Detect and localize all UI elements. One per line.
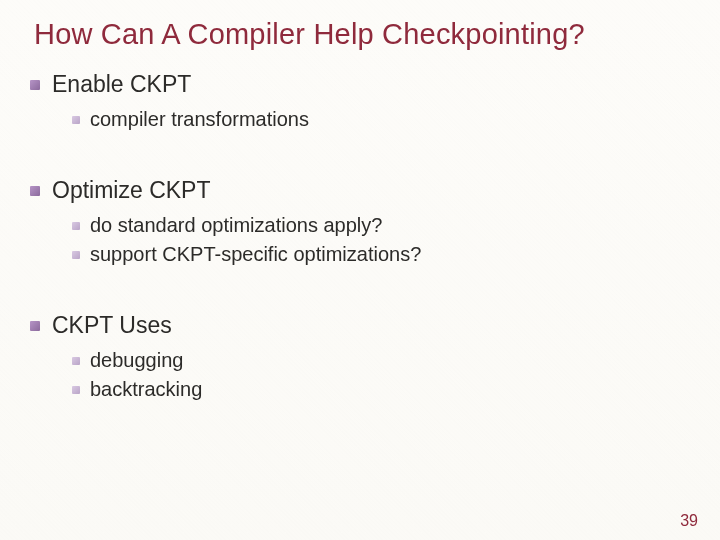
slide: How Can A Compiler Help Checkpointing? E…	[0, 0, 720, 540]
bullet-lvl1-icon	[30, 321, 40, 331]
list-item: compiler transformations	[72, 106, 690, 133]
list-item-text: debugging	[90, 347, 183, 374]
section-heading-text: Optimize CKPT	[52, 177, 210, 204]
slide-title: How Can A Compiler Help Checkpointing?	[34, 18, 690, 51]
bullet-lvl1-icon	[30, 80, 40, 90]
spacer	[30, 135, 690, 169]
section-heading-text: Enable CKPT	[52, 71, 191, 98]
list-item: debugging	[72, 347, 690, 374]
bullet-lvl2-icon	[72, 116, 80, 124]
list-item-text: backtracking	[90, 376, 202, 403]
section-heading: Enable CKPT	[30, 71, 690, 98]
bullet-lvl2-icon	[72, 251, 80, 259]
list-item-text: support CKPT-specific optimizations?	[90, 241, 421, 268]
section-heading: Optimize CKPT	[30, 177, 690, 204]
section-heading-text: CKPT Uses	[52, 312, 172, 339]
list-item: backtracking	[72, 376, 690, 403]
list-item: support CKPT-specific optimizations?	[72, 241, 690, 268]
list-item-text: compiler transformations	[90, 106, 309, 133]
list-item: do standard optimizations apply?	[72, 212, 690, 239]
spacer	[30, 270, 690, 304]
bullet-lvl2-icon	[72, 357, 80, 365]
bullet-lvl2-icon	[72, 222, 80, 230]
bullet-lvl1-icon	[30, 186, 40, 196]
section-heading: CKPT Uses	[30, 312, 690, 339]
bullet-lvl2-icon	[72, 386, 80, 394]
page-number: 39	[680, 512, 698, 530]
list-item-text: do standard optimizations apply?	[90, 212, 382, 239]
